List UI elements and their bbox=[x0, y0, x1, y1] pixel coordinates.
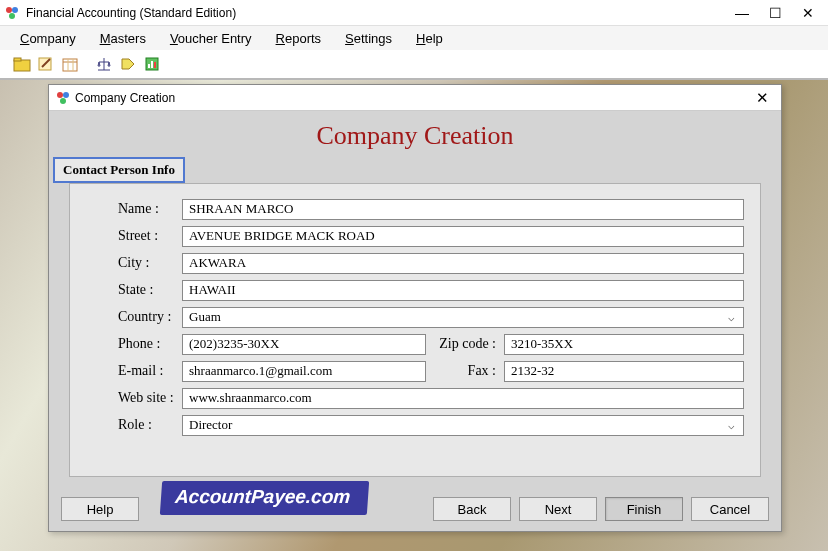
menu-settings[interactable]: Settings bbox=[335, 29, 402, 48]
next-button[interactable]: Next bbox=[519, 497, 597, 521]
menu-masters[interactable]: Masters bbox=[90, 29, 156, 48]
svg-rect-3 bbox=[14, 60, 30, 71]
toolbar-tag-icon[interactable] bbox=[118, 54, 138, 74]
app-title: Financial Accounting (Standard Edition) bbox=[26, 6, 735, 20]
chevron-down-icon: ⌵ bbox=[728, 419, 737, 432]
form-area: Name : Street : City : State : Country :… bbox=[69, 183, 761, 477]
svg-point-15 bbox=[63, 92, 69, 98]
company-creation-dialog: Company Creation ✕ Company Creation Cont… bbox=[48, 84, 782, 532]
back-button[interactable]: Back bbox=[433, 497, 511, 521]
svg-rect-6 bbox=[63, 59, 77, 71]
toolbar-folder-icon[interactable] bbox=[12, 54, 32, 74]
svg-point-2 bbox=[9, 13, 15, 19]
dialog-close-button[interactable]: ✕ bbox=[750, 89, 775, 107]
website-field[interactable] bbox=[182, 388, 744, 409]
toolbar-scale-icon[interactable] bbox=[94, 54, 114, 74]
street-field[interactable] bbox=[182, 226, 744, 247]
svg-point-0 bbox=[6, 7, 12, 13]
label-city: City : bbox=[86, 255, 182, 271]
app-icon bbox=[4, 5, 20, 21]
svg-point-14 bbox=[57, 92, 63, 98]
label-zipcode: Zip code : bbox=[426, 336, 504, 352]
svg-rect-12 bbox=[151, 61, 153, 68]
svg-rect-4 bbox=[14, 58, 21, 61]
city-field[interactable] bbox=[182, 253, 744, 274]
menu-company[interactable]: Company bbox=[10, 29, 86, 48]
finish-button[interactable]: Finish bbox=[605, 497, 683, 521]
label-street: Street : bbox=[86, 228, 182, 244]
svg-point-1 bbox=[12, 7, 18, 13]
dialog-footer: Help AccountPayee.com Back Next Finish C… bbox=[61, 497, 769, 521]
label-country: Country : bbox=[86, 309, 182, 325]
menu-voucher[interactable]: Voucher Entry bbox=[160, 29, 262, 48]
svg-point-16 bbox=[60, 98, 66, 104]
menu-reports[interactable]: Reports bbox=[266, 29, 332, 48]
close-button[interactable]: ✕ bbox=[802, 5, 814, 21]
toolbar-calendar-icon[interactable] bbox=[60, 54, 80, 74]
toolbar-report-icon[interactable] bbox=[142, 54, 162, 74]
dialog-header: Company Creation bbox=[49, 111, 781, 159]
label-website: Web site : bbox=[86, 390, 182, 406]
name-field[interactable] bbox=[182, 199, 744, 220]
svg-rect-13 bbox=[154, 62, 156, 68]
label-state: State : bbox=[86, 282, 182, 298]
section-tab-contact[interactable]: Contact Person Info bbox=[53, 157, 185, 183]
email-field[interactable] bbox=[182, 361, 426, 382]
maximize-button[interactable]: ☐ bbox=[769, 5, 782, 21]
menu-help[interactable]: Help bbox=[406, 29, 453, 48]
label-phone: Phone : bbox=[86, 336, 182, 352]
label-fax: Fax : bbox=[426, 363, 504, 379]
dialog-icon bbox=[55, 90, 71, 106]
phone-field[interactable] bbox=[182, 334, 426, 355]
zipcode-field[interactable] bbox=[504, 334, 744, 355]
toolbar-edit-icon[interactable] bbox=[36, 54, 56, 74]
chevron-down-icon: ⌵ bbox=[728, 311, 737, 324]
state-field[interactable] bbox=[182, 280, 744, 301]
dialog-heading: Company Creation bbox=[49, 121, 781, 151]
fax-field[interactable] bbox=[504, 361, 744, 382]
minimize-button[interactable]: — bbox=[735, 5, 749, 21]
help-button[interactable]: Help bbox=[61, 497, 139, 521]
watermark: AccountPayee.com bbox=[160, 481, 370, 515]
role-select[interactable]: Director ⌵ bbox=[182, 415, 744, 436]
dialog-titlebar: Company Creation ✕ bbox=[49, 85, 781, 111]
label-email: E-mail : bbox=[86, 363, 182, 379]
main-window: Financial Accounting (Standard Edition) … bbox=[0, 0, 828, 551]
svg-rect-11 bbox=[148, 64, 150, 68]
dialog-title: Company Creation bbox=[75, 91, 750, 105]
toolbar bbox=[0, 50, 828, 80]
window-controls: — ☐ ✕ bbox=[735, 5, 824, 21]
main-titlebar: Financial Accounting (Standard Edition) … bbox=[0, 0, 828, 26]
label-role: Role : bbox=[86, 417, 182, 433]
menubar: Company Masters Voucher Entry Reports Se… bbox=[0, 26, 828, 50]
label-name: Name : bbox=[86, 201, 182, 217]
role-value: Director bbox=[189, 417, 232, 433]
cancel-button[interactable]: Cancel bbox=[691, 497, 769, 521]
country-value: Guam bbox=[189, 309, 221, 325]
country-select[interactable]: Guam ⌵ bbox=[182, 307, 744, 328]
